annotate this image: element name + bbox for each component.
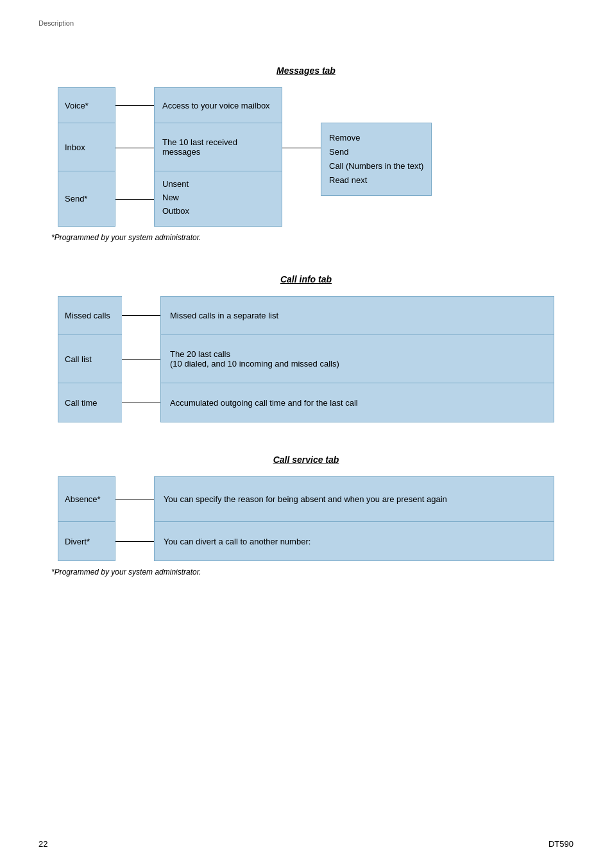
messages-mid-send-unsent: Unsent — [162, 178, 189, 191]
absence-text: You can specify the reason for being abs… — [164, 494, 447, 504]
page: Description Messages tab Voice* Inbox Se… — [0, 0, 612, 868]
conn-inbox — [115, 124, 154, 172]
conn-ci-calltime — [122, 383, 160, 422]
messages-mid-send: Unsent New Outbox — [155, 171, 282, 226]
callinfo-right-calllist: The 20 last calls(10 dialed, and 10 inco… — [161, 335, 554, 383]
messages-mid-inbox: The 10 last received messages — [155, 123, 282, 171]
callservice-connectors — [115, 476, 154, 561]
callservice-right-col: You can specify the reason for being abs… — [154, 476, 554, 561]
messages-mid-voice: Access to your voice mailbox — [155, 88, 282, 123]
messages-right-wrapper: Remove Send Call (Numbers in the text) R… — [321, 123, 554, 196]
callservice-right-absence: You can specify the reason for being abs… — [155, 477, 554, 522]
messages-mid-col: Access to your voice mailbox The 10 last… — [154, 87, 282, 227]
callinfo-left-calllist: Call list — [58, 335, 122, 383]
conn2-send — [282, 172, 321, 227]
messages-tab-title: Messages tab — [38, 65, 574, 76]
conn2-voice — [282, 87, 321, 124]
messages-left-send: Send* — [58, 171, 115, 226]
msg-connector-1 — [115, 87, 154, 227]
conn-voice — [115, 87, 154, 124]
conn-send — [115, 172, 154, 227]
callservice-diagram: Absence* Divert* You can specify the rea… — [58, 476, 554, 561]
callinfo-diagram: Missed calls Call list Call time Missed … — [58, 296, 554, 422]
callservice-left-col: Absence* Divert* — [58, 476, 115, 561]
messages-footnote: *Programmed by your system administrator… — [51, 233, 574, 242]
callservice-tab-title: Call service tab — [38, 455, 574, 465]
calllist-text: The 20 last calls(10 dialed, and 10 inco… — [170, 349, 339, 369]
messages-right-box: Remove Send Call (Numbers in the text) R… — [321, 123, 432, 196]
callservice-left-absence: Absence* — [58, 477, 115, 522]
callinfo-left-col: Missed calls Call list Call time — [58, 296, 122, 422]
callinfo-left-calltime: Call time — [58, 383, 122, 422]
msg-connector-2 — [282, 87, 321, 227]
callservice-footnote: *Programmed by your system administrator… — [51, 568, 574, 577]
conn2-inbox — [282, 124, 321, 172]
messages-left-voice: Voice* — [58, 88, 115, 123]
messages-section: Messages tab Voice* Inbox Send* — [38, 65, 574, 242]
conn-cs-divert — [115, 521, 154, 561]
callinfo-section: Call info tab Missed calls Call list Cal… — [38, 274, 574, 422]
callservice-section: Call service tab Absence* Divert* You ca… — [38, 455, 574, 577]
page-number: 22 — [38, 839, 47, 849]
callinfo-connectors — [122, 296, 160, 422]
conn-ci-calllist — [122, 335, 160, 383]
product-name: DT590 — [548, 839, 574, 849]
messages-left-col: Voice* Inbox Send* — [58, 87, 115, 227]
page-footer: 22 DT590 — [38, 839, 574, 849]
callinfo-left-missed: Missed calls — [58, 297, 122, 335]
messages-right-readnext: Read next — [329, 173, 423, 187]
callinfo-tab-title: Call info tab — [38, 274, 574, 284]
messages-right-call: Call (Numbers in the text) — [329, 159, 423, 173]
messages-right-send: Send — [329, 145, 423, 159]
messages-mid-send-new: New — [162, 191, 179, 205]
callinfo-right-missed: Missed calls in a separate list — [161, 297, 554, 335]
messages-right-remove: Remove — [329, 131, 423, 145]
callinfo-right-col: Missed calls in a separate list The 20 l… — [160, 296, 554, 422]
messages-mid-send-outbox: Outbox — [162, 205, 189, 218]
callinfo-right-calltime: Accumulated outgoing call time and for t… — [161, 383, 554, 422]
conn-cs-absence — [115, 476, 154, 521]
description-label: Description — [38, 19, 574, 27]
conn-ci-missed — [122, 296, 160, 335]
messages-left-inbox: Inbox — [58, 123, 115, 171]
callservice-right-divert: You can divert a call to another number: — [155, 522, 554, 560]
messages-diagram: Voice* Inbox Send* Access to your voice … — [58, 87, 554, 227]
callservice-left-divert: Divert* — [58, 522, 115, 560]
